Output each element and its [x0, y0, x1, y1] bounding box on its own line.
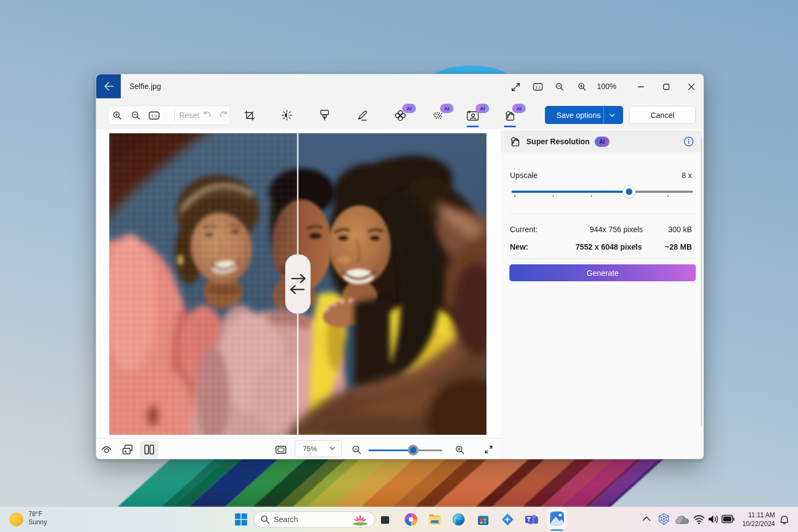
svg-text:1:1: 1:1 — [151, 113, 157, 118]
svg-text:1:1: 1:1 — [535, 85, 541, 89]
